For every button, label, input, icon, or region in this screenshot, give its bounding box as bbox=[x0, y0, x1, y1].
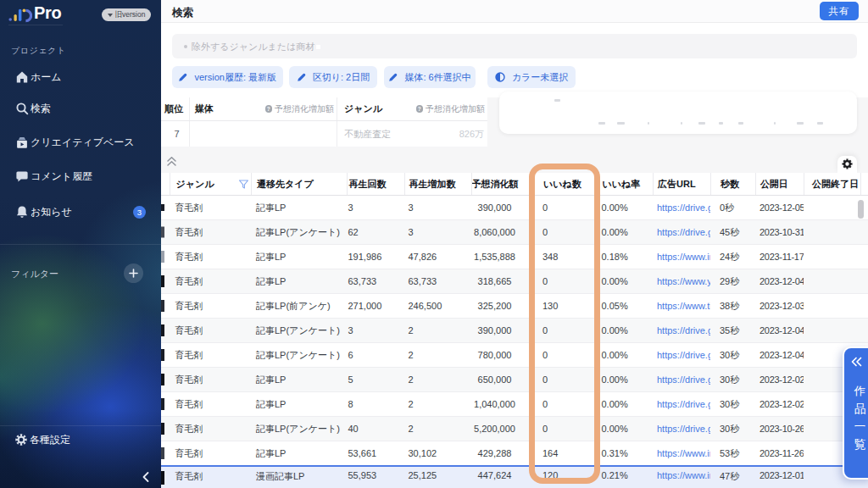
col-header[interactable]: 遷移先タイプ bbox=[251, 173, 347, 195]
cell-expected-spend: 325,200 bbox=[471, 294, 534, 318]
info-icon[interactable]: ? bbox=[416, 105, 424, 113]
table-header-row: ジャンル 遷移先タイプ 再生回数 再生増加数 予想消化額 いいね数 いいね率 広… bbox=[161, 173, 868, 196]
cell-like-rate: 0.00% bbox=[596, 392, 653, 416]
ad-url-link[interactable]: https://www.yout bbox=[657, 276, 710, 286]
table-row[interactable]: 育毛剤記事LP(アンケート)6238,060,00000.00%https://… bbox=[161, 220, 868, 245]
table-settings-button[interactable] bbox=[837, 156, 857, 173]
add-filter-button[interactable] bbox=[124, 263, 143, 283]
cell-genre: 育毛剤 bbox=[170, 245, 251, 269]
chart-axis-mark bbox=[681, 122, 682, 125]
cell-like-rate: 0.00% bbox=[596, 269, 653, 293]
cell-genre: 育毛剤 bbox=[170, 392, 251, 416]
cell-dest-type: 漫画記事LP bbox=[251, 467, 347, 488]
cell-likes: 0 bbox=[534, 220, 596, 244]
cell-publish-date: 2023-10-26 bbox=[755, 417, 804, 441]
sidebar-item-notifications[interactable]: お知らせ3 bbox=[0, 199, 161, 225]
share-button[interactable]: 共有 bbox=[820, 2, 859, 20]
works-panel-tab[interactable]: 作品一覧 bbox=[843, 347, 868, 480]
col-header[interactable]: 秒数 bbox=[710, 173, 755, 195]
col-header[interactable]: 予想消化額 bbox=[471, 173, 534, 195]
collapse-section-button[interactable] bbox=[166, 155, 177, 167]
table-row[interactable]: 育毛剤記事LP(アンケート)32390,00000.00%https://dri… bbox=[161, 319, 868, 343]
col-header[interactable]: 広告URL bbox=[653, 173, 710, 195]
sidebar-collapse-button[interactable] bbox=[135, 468, 157, 488]
table-row[interactable]: 育毛剤記事LP53,66130,102429,2881640.31%https:… bbox=[161, 441, 868, 466]
ad-url-link[interactable]: https://www.inst bbox=[657, 252, 710, 262]
cell-likes: 0 bbox=[534, 269, 596, 293]
cell-ad-url: https://drive.goo bbox=[653, 196, 710, 219]
video-thumbnail bbox=[161, 300, 164, 312]
ad-url-link[interactable]: https://drive.goo bbox=[657, 350, 710, 360]
cell-publish-date: 2023-12-02 bbox=[755, 392, 804, 416]
col-header-genre[interactable]: ジャンル bbox=[170, 173, 251, 195]
col-header[interactable]: 再生増加数 bbox=[404, 173, 471, 195]
sidebar-item-settings[interactable]: 各種設定 bbox=[0, 430, 161, 449]
media-chip[interactable]: 媒体: 6件選択中 bbox=[384, 66, 476, 88]
plus-icon bbox=[129, 269, 138, 278]
sidebar: Pro 旧version プロジェクト ホーム 検索 クリエイティブベース コメ… bbox=[0, 0, 161, 488]
table-row[interactable]: 育毛剤漫画記事LP55,95325,125447,6241200.21%http… bbox=[161, 465, 868, 488]
ad-url-link[interactable]: https://drive.goo bbox=[657, 424, 710, 434]
cell-genre: 育毛剤 bbox=[170, 319, 251, 342]
ad-url-link[interactable]: https://drive.goo bbox=[657, 227, 710, 237]
cell-like-rate: 0.05% bbox=[596, 294, 653, 318]
table-scrollbar-thumb[interactable] bbox=[858, 200, 864, 219]
info-icon[interactable]: ? bbox=[265, 105, 273, 113]
table-row[interactable]: 育毛剤記事LP52650,00000.00%https://drive.goo3… bbox=[161, 368, 868, 392]
table-row[interactable]: 育毛剤記事LP(前アンケ)271,000246,500325,2001300.0… bbox=[161, 294, 868, 319]
cell-likes: 0 bbox=[534, 319, 596, 342]
table-row[interactable]: 育毛剤記事LP63,73363,733318,66500.00%https://… bbox=[161, 269, 868, 294]
col-header[interactable]: いいね率 bbox=[596, 173, 653, 195]
video-thumbnail bbox=[161, 374, 164, 385]
col-header[interactable]: いいね数 bbox=[534, 173, 596, 195]
ad-url-link[interactable]: https://drive.goo bbox=[657, 325, 710, 336]
sidebar-item-search[interactable]: 検索 bbox=[0, 96, 161, 121]
ad-url-link[interactable]: https://www.inst bbox=[657, 448, 710, 458]
ad-url-link[interactable]: https://drive.goo bbox=[657, 202, 710, 213]
table-row[interactable]: 育毛剤記事LP33390,00000.00%https://drive.goo0… bbox=[161, 196, 868, 220]
table-row[interactable]: 育毛剤記事LP(アンケート)4025,200,00000.00%https://… bbox=[161, 417, 868, 441]
ad-url-link[interactable]: https://drive.goo bbox=[657, 399, 710, 409]
ad-url-link[interactable]: https://drive.goo bbox=[657, 374, 710, 385]
chart-axis-mark bbox=[797, 122, 804, 125]
col-header[interactable]: 公開終了日 bbox=[804, 173, 860, 195]
home-icon bbox=[15, 70, 29, 84]
col-header[interactable]: 再生回数 bbox=[347, 173, 404, 195]
sidebar-item-label: 検索 bbox=[31, 102, 51, 116]
cell-ad-url: https://www.tikt bbox=[653, 294, 710, 318]
cell-play-increase: 25,125 bbox=[404, 467, 471, 488]
version-history-chip[interactable]: version履歴: 最新版 bbox=[172, 66, 283, 88]
video-thumbnail bbox=[161, 324, 164, 336]
video-thumbnail bbox=[161, 447, 164, 459]
cell-genre: 育毛剤 bbox=[170, 220, 251, 244]
chip-label: 区切り: 2日間 bbox=[313, 71, 370, 84]
cell-play-increase: 47,826 bbox=[404, 245, 471, 269]
app-logo-icon bbox=[0, 1, 32, 25]
cell-like-rate: 0.21% bbox=[596, 467, 653, 488]
video-thumbnail bbox=[161, 227, 164, 238]
table-row[interactable]: 育毛剤記事LP191,98647,8261,535,8883480.18%htt… bbox=[161, 245, 868, 269]
cell-likes: 0 bbox=[534, 392, 596, 416]
ad-url-link[interactable]: https://www.tikt bbox=[657, 301, 710, 311]
cell-plays: 3 bbox=[347, 196, 404, 219]
interval-chip[interactable]: 区切り: 2日間 bbox=[289, 66, 377, 88]
color-chip[interactable]: カラー未選択 bbox=[487, 66, 576, 88]
exclude-genre-input[interactable]: 除外するジャンルまたは商材 bbox=[172, 34, 857, 58]
old-version-button[interactable]: 旧version bbox=[102, 8, 151, 21]
sidebar-item-comment-history[interactable]: コメント履歴 bbox=[0, 164, 161, 189]
video-thumbnail bbox=[161, 398, 164, 410]
cell-like-rate: 0.00% bbox=[596, 368, 653, 391]
sidebar-item-home[interactable]: ホーム bbox=[0, 64, 161, 90]
app-window: Pro 旧version プロジェクト ホーム 検索 クリエイティブベース コメ… bbox=[0, 0, 868, 488]
sidebar-item-creative-base[interactable]: クリエイティブベース bbox=[0, 130, 161, 155]
cell-plays: 191,986 bbox=[347, 245, 404, 269]
sidebar-item-label: お知らせ bbox=[31, 205, 72, 219]
ad-url-link[interactable]: https://www.inst bbox=[657, 470, 710, 480]
cell-expected-spend: 5,200,000 bbox=[471, 417, 534, 441]
table-row[interactable]: 育毛剤記事LP(アンケート)62780,00000.00%https://dri… bbox=[161, 343, 868, 368]
table-row[interactable]: 育毛剤記事LP821,040,00000.00%https://drive.go… bbox=[161, 392, 868, 417]
notification-badge: 3 bbox=[133, 206, 146, 219]
pencil-icon bbox=[388, 73, 398, 82]
rank-table-row[interactable]: 7 不動産査定826万 bbox=[161, 121, 487, 147]
col-header[interactable]: 公開日 bbox=[755, 173, 804, 195]
